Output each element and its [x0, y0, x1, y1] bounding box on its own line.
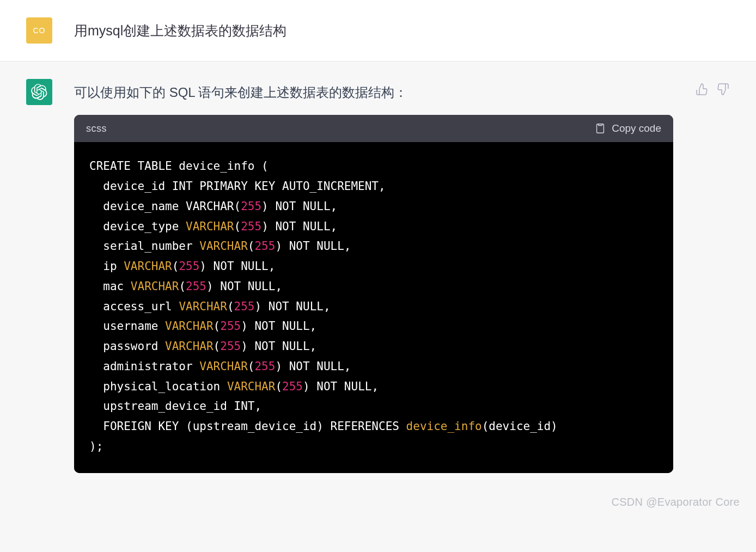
user-message: CO 用mysql创建上述数据表的数据结构 — [0, 0, 756, 62]
code-body[interactable]: CREATE TABLE device_info ( device_id INT… — [74, 142, 673, 473]
thumbs-down-icon — [716, 83, 729, 96]
assistant-content: 可以使用如下的 SQL 语句来创建上述数据表的数据结构： scss Copy c… — [74, 79, 673, 473]
code-block: scss Copy code CREATE TABLE device_info … — [74, 115, 673, 473]
feedback-buttons — [695, 79, 730, 473]
thumbs-up-icon — [696, 83, 709, 96]
thumbs-down-button[interactable] — [716, 82, 730, 96]
openai-logo-icon — [31, 84, 47, 100]
copy-code-button[interactable]: Copy code — [594, 122, 661, 134]
assistant-message: 可以使用如下的 SQL 语句来创建上述数据表的数据结构： scss Copy c… — [0, 62, 756, 490]
clipboard-icon — [594, 122, 606, 134]
user-content: 用mysql创建上述数据表的数据结构 — [74, 17, 730, 44]
assistant-intro-text: 可以使用如下的 SQL 语句来创建上述数据表的数据结构： — [74, 82, 673, 103]
assistant-avatar — [26, 79, 52, 105]
user-prompt-text: 用mysql创建上述数据表的数据结构 — [74, 21, 730, 41]
copy-code-label: Copy code — [612, 122, 661, 134]
watermark-text: CSDN @Evaporator Core — [0, 490, 756, 522]
svg-rect-0 — [598, 124, 602, 126]
code-language-label: scss — [86, 123, 107, 134]
thumbs-up-button[interactable] — [695, 82, 709, 96]
user-avatar: CO — [26, 17, 52, 44]
user-avatar-label: CO — [33, 26, 46, 35]
code-header: scss Copy code — [74, 115, 673, 142]
